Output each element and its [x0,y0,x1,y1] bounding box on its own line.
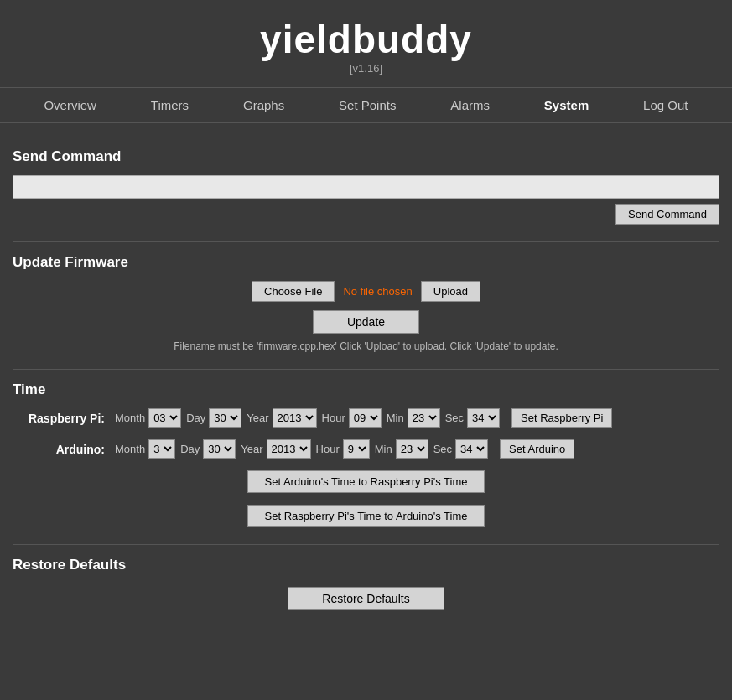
arduino-sec-label: Sec [433,443,452,455]
arduino-month-label: Month [115,443,145,455]
sync-pi-to-arduino-button[interactable]: Set Raspberry Pi's Time to Arduino's Tim… [247,505,485,527]
firmware-file-row: Choose File No file chosen Upload [13,281,719,302]
rpi-month-select[interactable]: 03 01020405 06070809 101112 [148,408,181,428]
rpi-min-select[interactable]: 23 [408,408,440,428]
nav-overview[interactable]: Overview [35,95,105,116]
arduino-hour-label: Hour [316,443,340,455]
rpi-month-label: Month [115,412,145,424]
arduino-year-label: Year [241,443,262,455]
rpi-hour-select[interactable]: 09 [349,408,382,428]
set-raspberry-pi-button[interactable]: Set Raspberry Pi [511,408,612,428]
send-command-button[interactable]: Send Command [615,204,719,225]
arduino-day-label: Day [180,443,200,455]
arduino-day-select[interactable]: 30 [203,439,236,459]
rpi-year-label: Year [247,412,268,424]
update-button[interactable]: Update [313,310,419,334]
choose-file-button[interactable]: Choose File [252,281,335,302]
rpi-year-select[interactable]: 2012201320142015 [273,408,317,428]
arduino-time-row: Arduino: Month 3 Day 30 Year 20122013201… [13,439,719,459]
time-title: Time [13,381,719,398]
app-version: [v1.16] [0,62,732,75]
firmware-hint: Filename must be 'firmware.cpp.hex' Clic… [13,340,719,352]
rpi-day-select[interactable]: 30 [209,408,241,428]
arduino-min-label: Min [375,443,392,455]
rpi-month-field: Month 03 01020405 06070809 101112 [115,408,181,428]
arduino-day-field: Day 30 [180,439,236,459]
arduino-year-select[interactable]: 2012201320142015 [267,439,311,459]
raspberry-pi-label: Raspberry Pi: [13,412,105,425]
command-input[interactable] [13,175,719,199]
send-command-title: Send Command [13,148,719,165]
arduino-month-select[interactable]: 3 [148,439,175,459]
rpi-year-field: Year 2012201320142015 [247,408,316,428]
arduino-hour-select[interactable]: 9 [343,439,370,459]
send-command-section: Send Command [13,175,719,225]
rpi-min-label: Min [387,412,404,424]
restore-defaults-button[interactable]: Restore Defaults [288,587,444,610]
restore-defaults-row: Restore Defaults [13,587,719,610]
rpi-day-field: Day 30 [186,408,241,428]
set-arduino-button[interactable]: Set Arduino [500,439,574,459]
rpi-hour-field: Hour 09 [322,408,382,428]
sync-buttons-row: Set Arduino's Time to Raspberry Pi's Tim… [13,470,719,527]
update-firmware-section: Update Firmware Choose File No file chos… [13,254,719,352]
rpi-min-field: Min 23 [387,408,440,428]
arduino-hour-field: Hour 9 [316,439,370,459]
no-file-label: No file chosen [343,285,412,298]
arduino-sec-select[interactable]: 34 [455,439,488,459]
nav-timers[interactable]: Timers [143,95,197,116]
restore-defaults-title: Restore Defaults [13,557,719,573]
rpi-sec-field: Sec 34 [445,408,500,428]
app-title: yieldbuddy [0,17,732,62]
restore-defaults-section: Restore Defaults Restore Defaults [13,557,719,610]
arduino-month-field: Month 3 [115,439,175,459]
nav-setpoints[interactable]: Set Points [330,95,404,116]
update-btn-row: Update [13,310,719,334]
rpi-sec-label: Sec [445,412,464,424]
nav-logout[interactable]: Log Out [635,95,696,116]
header: yieldbuddy [v1.16] [0,0,732,87]
nav-graphs[interactable]: Graphs [235,95,293,116]
raspberry-pi-time-row: Raspberry Pi: Month 03 01020405 06070809… [13,408,719,428]
rpi-hour-label: Hour [322,412,345,424]
time-section: Time Raspberry Pi: Month 03 01020405 060… [13,381,719,527]
arduino-sec-field: Sec 34 [433,439,488,459]
sync-arduino-to-pi-button[interactable]: Set Arduino's Time to Raspberry Pi's Tim… [247,470,485,493]
update-firmware-title: Update Firmware [13,254,719,271]
rpi-sec-select[interactable]: 34 [467,408,500,428]
arduino-label: Arduino: [13,443,105,456]
main-content: Send Command Send Command Update Firmwar… [0,123,732,627]
arduino-min-field: Min 23 [375,439,428,459]
main-nav: Overview Timers Graphs Set Points Alarms… [0,87,732,123]
rpi-day-label: Day [186,412,205,424]
nav-alarms[interactable]: Alarms [442,95,498,116]
arduino-year-field: Year 2012201320142015 [241,439,310,459]
nav-system[interactable]: System [536,95,597,116]
arduino-min-select[interactable]: 23 [396,439,428,459]
upload-button[interactable]: Upload [421,281,480,302]
